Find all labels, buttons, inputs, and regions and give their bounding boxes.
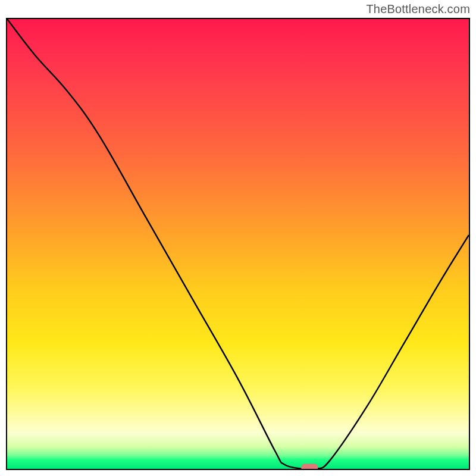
curve-svg [7,19,469,469]
plot-area [6,18,470,470]
watermark-text: TheBottleneck.com [366,2,470,16]
bottleneck-chart: TheBottleneck.com [0,0,476,476]
bottleneck-curve [7,19,469,469]
optimal-point-marker [301,464,318,469]
